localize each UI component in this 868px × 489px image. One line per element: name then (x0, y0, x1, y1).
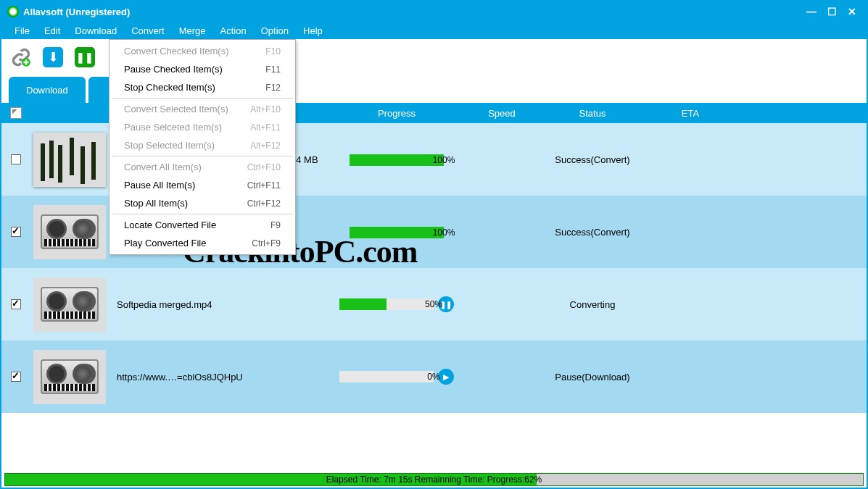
menu-item-label: Convert Selected Item(s) (124, 104, 250, 114)
menu-option[interactable]: Option (254, 24, 296, 38)
menu-item-shortcut: F12 (265, 83, 281, 93)
menu-item-label: Pause Selceted Item(s) (124, 122, 250, 133)
app-logo-icon (7, 6, 19, 17)
pause-icon: ❚❚ (75, 47, 95, 67)
menu-item: Convert Checked Item(s)F10 (111, 42, 294, 60)
row-status: Pause(Download) (555, 372, 629, 383)
menu-item-label: Stop All Item(s) (124, 198, 247, 209)
header-eta: ETA (647, 108, 734, 119)
menu-item[interactable]: Locate Converted FileF9 (111, 216, 294, 234)
close-button[interactable]: ✕ (843, 5, 861, 18)
row-checkbox[interactable] (11, 227, 21, 237)
menu-action[interactable]: Action (213, 24, 254, 38)
menu-item-shortcut: Alt+F10 (250, 104, 281, 114)
menu-item[interactable]: Play Converted FileCtrl+F9 (111, 234, 294, 252)
menu-download[interactable]: Download (67, 24, 124, 38)
menu-help[interactable]: Help (296, 24, 330, 38)
row-status: Success(Convert) (555, 227, 629, 238)
row-status: Converting (570, 299, 616, 310)
menu-item[interactable]: Stop All Item(s)Ctrl+F12 (111, 194, 294, 212)
menu-separator (112, 156, 293, 156)
menu-item-label: Stop Selected Item(s) (124, 140, 250, 151)
menu-item-label: Convert All Item(s) (124, 162, 247, 172)
toolbar-pause-button[interactable]: ❚❚ (71, 43, 99, 71)
title-bar: Allavsoft (Unregistered) — ☐ ✕ (1, 1, 867, 22)
menu-item[interactable]: Pause Checked Item(s)F11 (111, 60, 294, 78)
menu-item-label: Pause All Item(s) (124, 180, 247, 191)
row-checkbox[interactable] (11, 372, 21, 382)
toolbar-paste-url-button[interactable] (7, 43, 35, 71)
row-thumbnail (33, 350, 106, 404)
row-checkbox[interactable] (11, 299, 21, 309)
menu-item[interactable]: Pause All Item(s)Ctrl+F11 (111, 176, 294, 194)
menu-item: Convert Selected Item(s)Alt+F10 (111, 100, 294, 118)
menu-item-shortcut: F9 (270, 220, 281, 230)
row-progress-bar: 100% (350, 227, 444, 238)
download-icon: ⬇ (43, 47, 63, 67)
menu-separator (112, 98, 293, 99)
row-progress-bar: 0% (339, 371, 434, 383)
row-progress-bar: 50% (339, 298, 434, 310)
menu-item: Convert All Item(s)Ctrl+F10 (111, 158, 294, 176)
menu-item-label: Play Converted File (124, 238, 252, 248)
menu-item-shortcut: Ctrl+F9 (252, 238, 281, 248)
menu-bar: File Edit Download Convert Merge Action … (1, 22, 867, 39)
menu-item-shortcut: F10 (265, 46, 281, 57)
menu-convert[interactable]: Convert (124, 24, 172, 38)
tab-download[interactable]: Download (9, 77, 86, 103)
menu-item-label: Pause Checked Item(s) (124, 64, 265, 75)
menu-item-shortcut: Alt+F11 (250, 122, 281, 133)
row-progress-bar: 100% (350, 154, 444, 166)
menu-item-shortcut: Ctrl+F10 (247, 162, 281, 172)
menu-item-shortcut: Ctrl+F11 (247, 180, 281, 191)
menu-item[interactable]: Stop Checked Item(s)F12 (111, 78, 294, 96)
menu-file[interactable]: File (7, 24, 37, 38)
row-status: Success(Convert) (555, 154, 629, 165)
menu-merge[interactable]: Merge (172, 24, 213, 38)
window-title: Allavsoft (Unregistered) (23, 7, 130, 17)
table-row[interactable]: Softpedia merged.mp450%❚❚Converting (1, 268, 867, 340)
row-thumbnail (33, 133, 106, 187)
menu-item-shortcut: F11 (265, 64, 281, 75)
status-bar: Elapsed Time: 7m 15s Remainning Time: Pr… (4, 473, 864, 486)
minimize-button[interactable]: — (803, 5, 820, 18)
toolbar-download-button[interactable]: ⬇ (39, 43, 67, 71)
convert-menu-dropdown: Convert Checked Item(s)F10Pause Checked … (109, 39, 296, 255)
maximize-button[interactable]: ☐ (823, 5, 840, 18)
menu-item: Pause Selceted Item(s)Alt+F11 (111, 118, 294, 136)
menu-item-label: Stop Checked Item(s) (124, 82, 265, 93)
menu-item-shortcut: Ctrl+F12 (247, 198, 281, 209)
table-row[interactable]: https://www.…=cblOs8JQHpU0%▶Pause(Downlo… (1, 340, 867, 413)
header-progress: Progress (328, 108, 466, 119)
row-thumbnail (33, 277, 106, 332)
menu-separator (112, 214, 293, 214)
row-checkbox[interactable] (11, 154, 21, 164)
menu-item-shortcut: Alt+F12 (250, 141, 281, 151)
header-status: Status (538, 108, 647, 119)
menu-item-label: Convert Checked Item(s) (124, 46, 265, 57)
link-icon (11, 47, 31, 67)
menu-edit[interactable]: Edit (37, 24, 67, 38)
status-bar-text: Elapsed Time: 7m 15s Remainning Time: Pr… (326, 475, 542, 485)
header-select-all-checkbox[interactable] (10, 107, 22, 119)
row-filename: Softpedia merged.mp4 (117, 299, 212, 310)
row-thumbnail (33, 205, 106, 259)
menu-item: Stop Selected Item(s)Alt+F12 (111, 136, 294, 154)
header-speed: Speed (466, 108, 538, 119)
row-filename: https://www.…=cblOs8JQHpU (117, 372, 243, 383)
menu-item-label: Locate Converted File (124, 220, 270, 230)
